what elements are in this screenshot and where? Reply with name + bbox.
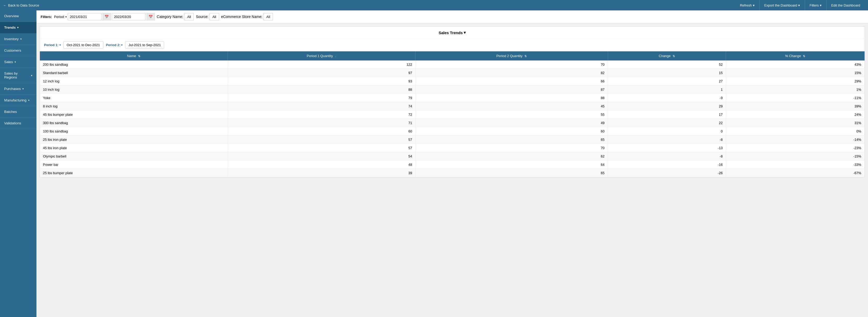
row-name-13: 25 lbs bumper plate — [40, 169, 228, 177]
row-pct-change-8: 0% — [726, 127, 864, 136]
row-period2-8: 60 — [415, 127, 608, 136]
row-period2-3: 87 — [415, 86, 608, 94]
table-row: 45 lbs bumper plate72551724% — [40, 111, 865, 119]
panel-header: Sales Trends ▾ — [40, 27, 865, 39]
sidebar-batches[interactable]: Batches — [0, 106, 36, 118]
panel-title-chevron-icon[interactable]: ▾ — [464, 30, 466, 35]
row-change-10: -13 — [608, 144, 726, 152]
refresh-button[interactable]: Refresh ▾ — [735, 0, 759, 10]
table-row: 10 inch log888711% — [40, 86, 865, 94]
row-period2-5: 45 — [415, 102, 608, 111]
row-change-9: -8 — [608, 136, 726, 144]
row-name-5: 8 inch log — [40, 102, 228, 111]
sidebar-manufacturing[interactable]: Manufacturing▾ — [0, 95, 36, 106]
source-all-button[interactable]: All — [210, 13, 219, 20]
table-row: 25 lbs bumper plate3965-26-67% — [40, 169, 865, 177]
row-pct-change-3: 1% — [726, 86, 864, 94]
name-sort-icon: ⇅ — [138, 55, 141, 58]
table-header: Name ⇅ Period 1 Quantity ↓ Period 2 Quan… — [40, 51, 865, 60]
table-row: 100 lbs sandbag606000% — [40, 127, 865, 136]
sidebar-purchases-chevron-icon: ▾ — [22, 87, 24, 90]
sidebar-inventory[interactable]: Inventory▾ — [0, 33, 36, 45]
end-date-input[interactable] — [112, 13, 146, 20]
row-period1-7: 71 — [228, 119, 415, 127]
row-name-3: 10 inch log — [40, 86, 228, 94]
source-filter-group: Source: All — [196, 13, 219, 20]
filter-bar: Filters: Period: ▾ 📅 📅 Category Name: Al… — [36, 10, 868, 23]
row-period2-1: 82 — [415, 69, 608, 77]
row-change-1: 15 — [608, 69, 726, 77]
change-sort-icon: ⇅ — [673, 55, 675, 58]
period1-range-button[interactable]: Oct-2021 to Dec-2021 — [63, 41, 103, 49]
sidebar-sales-by-regions-label: Sales by Regions — [4, 71, 29, 79]
sidebar-purchases[interactable]: Purchases▾ — [0, 83, 36, 95]
row-name-9: 25 lbs iron plate — [40, 136, 228, 144]
col-period1-header[interactable]: Period 1 Quantity ↓ — [228, 51, 415, 60]
row-change-7: 22 — [608, 119, 726, 127]
sidebar-overview-label: Overview — [4, 14, 19, 18]
export-button[interactable]: Export the Dashboard ▾ — [760, 0, 805, 10]
content-area: Filters: Period: ▾ 📅 📅 Category Name: Al… — [36, 10, 868, 317]
pct-sort-icon: ⇅ — [803, 55, 805, 58]
sidebar-trends-label: Trends — [4, 26, 16, 29]
row-name-2: 12 inch log — [40, 77, 228, 86]
edit-dashboard-button[interactable]: Edit the Dashboard — [826, 0, 865, 10]
sidebar-manufacturing-chevron-icon: ▾ — [28, 99, 29, 102]
table-header-row: Name ⇅ Period 1 Quantity ↓ Period 2 Quan… — [40, 51, 865, 60]
table-row: 200 lbs sandbag122705243% — [40, 60, 865, 69]
back-to-data-source-link[interactable]: ← Back to Data Source — [3, 3, 39, 7]
category-all-button[interactable]: All — [184, 13, 193, 20]
start-date-input[interactable] — [68, 13, 102, 20]
top-nav-actions: Refresh ▾Export the Dashboard ▾Filters ▾… — [735, 0, 865, 10]
table-row: 300 lbs sandbag71492231% — [40, 119, 865, 127]
sidebar-sales[interactable]: Sales▾ — [0, 56, 36, 68]
sidebar-validations[interactable]: Validations — [0, 118, 36, 129]
sidebar-trends-chevron-icon: ▾ — [17, 26, 19, 29]
col-period2-header[interactable]: Period 2 Quantity ⇅ — [415, 51, 608, 60]
table-row: Power bar4864-16-33% — [40, 161, 865, 169]
calendar-icon: 📅 — [104, 15, 109, 19]
ecommerce-filter-group: eCommerce Store Name: All — [221, 13, 273, 20]
col-change-header[interactable]: Change ⇅ — [608, 51, 726, 60]
period-dropdown[interactable]: Period: ▾ — [54, 15, 66, 19]
end-date-calendar-button[interactable]: 📅 — [147, 13, 155, 20]
filters-button[interactable]: Filters ▾ — [805, 0, 826, 10]
row-period1-3: 88 — [228, 86, 415, 94]
ecommerce-all-button[interactable]: All — [264, 13, 273, 20]
category-filter-group: Category Name: All — [157, 13, 194, 20]
period2-sort-icon: ⇅ — [524, 55, 527, 58]
row-name-4: Yoke — [40, 94, 228, 102]
row-change-3: 1 — [608, 86, 726, 94]
row-name-11: Olympic barbell — [40, 152, 228, 161]
row-name-10: 45 lbs iron plate — [40, 144, 228, 152]
sidebar-customers[interactable]: Customers — [0, 45, 36, 56]
sidebar-customers-label: Customers — [4, 49, 21, 52]
row-change-6: 17 — [608, 111, 726, 119]
row-pct-change-4: -11% — [726, 94, 864, 102]
sidebar-overview[interactable]: Overview — [0, 10, 36, 22]
row-name-1: Standard barbell — [40, 69, 228, 77]
table-row: Standard barbell97821515% — [40, 69, 865, 77]
row-change-0: 52 — [608, 60, 726, 69]
row-period2-0: 70 — [415, 60, 608, 69]
row-period1-10: 57 — [228, 144, 415, 152]
sidebar-manufacturing-label: Manufacturing — [4, 98, 27, 102]
col-name-header[interactable]: Name ⇅ — [40, 51, 228, 60]
sidebar-sales-by-regions[interactable]: Sales by Regions▾ — [0, 68, 36, 83]
period1-dropdown[interactable]: Period 1: ▾ — [44, 43, 61, 47]
sidebar-trends[interactable]: Trends▾ — [0, 22, 36, 33]
table-row: 12 inch log93662729% — [40, 77, 865, 86]
row-name-7: 300 lbs sandbag — [40, 119, 228, 127]
period2-dropdown[interactable]: Period 2: ▾ — [106, 43, 123, 47]
period2-range-button[interactable]: Jul-2021 to Sep-2021 — [125, 41, 164, 49]
row-period2-7: 49 — [415, 119, 608, 127]
col-pct-change-header[interactable]: % Change ⇅ — [726, 51, 864, 60]
main-layout: OverviewTrends▾Inventory▾CustomersSales▾… — [0, 10, 868, 317]
row-period1-13: 39 — [228, 169, 415, 177]
table-row: 25 lbs iron plate5765-8-14% — [40, 136, 865, 144]
ecommerce-label: eCommerce Store Name: — [221, 15, 262, 19]
row-pct-change-6: 24% — [726, 111, 864, 119]
table-row: 45 lbs iron plate5770-13-23% — [40, 144, 865, 152]
start-date-calendar-button[interactable]: 📅 — [103, 13, 111, 20]
period1-chevron-icon: ▾ — [59, 44, 61, 47]
